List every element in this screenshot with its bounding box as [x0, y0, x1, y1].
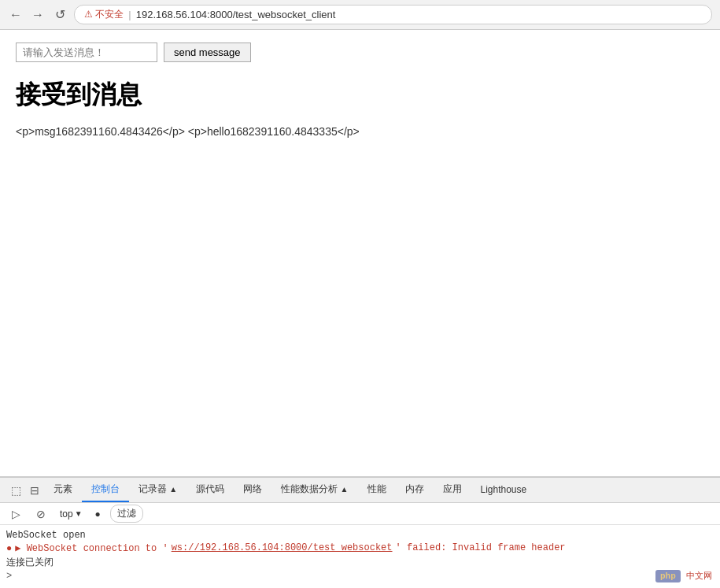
page-content: send message 接受到消息 <p>msg1682391160.4843…	[0, 30, 720, 455]
message-input[interactable]	[16, 43, 157, 62]
send-button[interactable]: send message	[164, 43, 251, 62]
insecure-badge: ⚠ 不安全	[84, 8, 124, 21]
browser-chrome: ← → ↺ ⚠ 不安全 | 192.168.56.104:8000/test_w…	[0, 0, 720, 30]
message-content: <p>msg1682391160.4843426</p> <p>hello168…	[16, 125, 704, 138]
input-row: send message	[16, 43, 704, 62]
back-button[interactable]: ←	[8, 7, 24, 23]
received-heading: 接受到消息	[16, 78, 704, 113]
forward-button[interactable]: →	[30, 7, 46, 23]
url-text: 192.168.56.104:8000/test_websocket_clien…	[136, 9, 336, 20]
address-bar[interactable]: ⚠ 不安全 | 192.168.56.104:8000/test_websock…	[74, 5, 712, 24]
refresh-button[interactable]: ↺	[52, 7, 68, 23]
address-divider: |	[128, 9, 131, 20]
